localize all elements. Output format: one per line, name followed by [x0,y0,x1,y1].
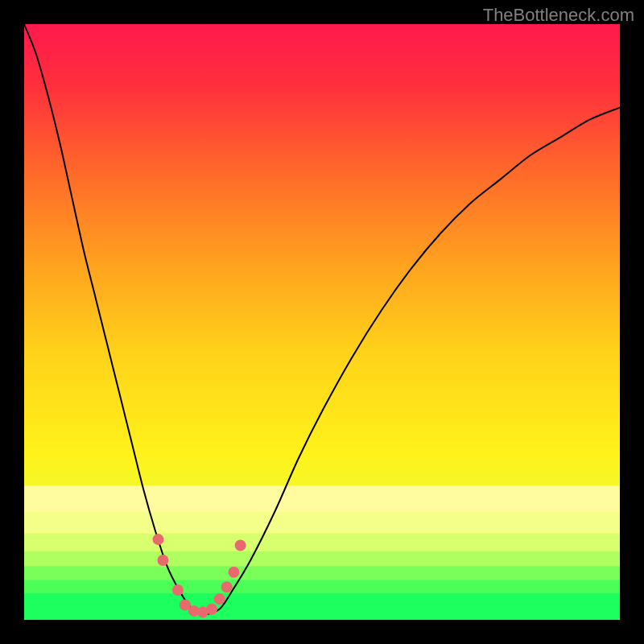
band [24,513,620,534]
chart-svg [0,0,644,644]
band [24,551,620,567]
bottom-bands [24,486,620,621]
curve-marker [235,540,246,551]
band [24,566,620,580]
curve-marker [153,534,164,545]
band [24,486,620,513]
curve-marker [172,584,184,596]
plot-area [24,24,620,620]
band [24,534,620,551]
watermark-text: TheBottleneck.com [483,5,634,26]
curve-marker [206,604,217,615]
bottleneck-chart: TheBottleneck.com [0,0,644,644]
curve-marker [221,581,233,592]
curve-marker [157,555,168,566]
band [24,593,620,620]
curve-marker [214,593,225,605]
curve-marker [228,567,239,578]
band [24,580,620,592]
